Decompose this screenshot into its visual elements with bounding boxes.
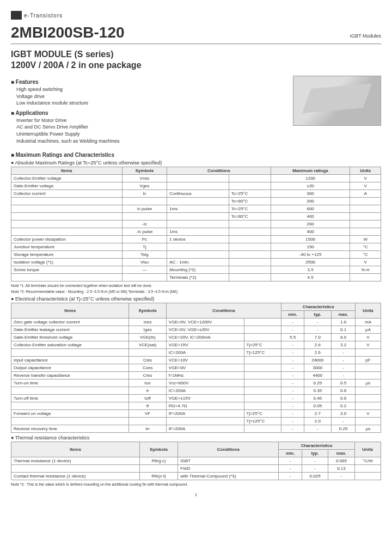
table-cell: Turn-on time — [11, 379, 129, 387]
table-row: Storage temperatureTstg-40 to +125°C — [11, 251, 381, 259]
table-cell: Screw torque — [11, 266, 122, 274]
table-cell: 600 — [271, 205, 350, 213]
table-row: Output capacitanceCoesVGE=0V-3000- — [11, 364, 381, 371]
note: Note *3 : This is the value which is def… — [11, 482, 381, 487]
table-cell: 2.6 — [304, 348, 331, 356]
table-cell: Vcc=600V — [166, 379, 244, 387]
table-cell: 300 — [271, 190, 350, 198]
application-item: Industrial machines, such as Welding mac… — [16, 138, 287, 145]
table-cell: 4.5 — [271, 274, 350, 281]
table-row: -Ic pulse1ms400 — [11, 228, 381, 236]
table-cell — [11, 228, 122, 236]
table-cell — [244, 318, 281, 326]
feature-item: Voltage drive — [16, 93, 287, 100]
th: max. — [332, 310, 356, 318]
part-number: 2MBI200SB-120 — [11, 24, 125, 41]
th: Symbols — [139, 442, 178, 457]
table-cell — [11, 402, 129, 409]
table-cell: °C — [350, 243, 381, 251]
table-cell: - — [332, 417, 356, 425]
table-cell — [354, 464, 381, 472]
table-row: Reverse recovery timetrrIF=200A--0.25μs — [11, 425, 381, 432]
table-cell: μA — [356, 326, 381, 333]
table-cell: 0.13 — [328, 464, 354, 472]
title-line-1: IGBT MODULE (S series) — [11, 50, 381, 59]
table-cell: 1ms — [167, 205, 229, 213]
table-cell: Collector-Emitter saturation voltage — [11, 341, 129, 348]
table-cell: - — [281, 371, 304, 379]
table-cell — [356, 387, 381, 394]
table-cell: VCE=0V, VGE=±20V — [166, 326, 244, 333]
table-cell: 0.085 — [328, 457, 354, 464]
table-cell — [167, 213, 229, 221]
table-cell: - — [332, 371, 356, 379]
table-cell: - — [281, 417, 304, 425]
table-cell — [129, 417, 166, 425]
table-cell — [167, 198, 229, 205]
table-row: Screw torque—Mounting (*2)3.5N·m — [11, 266, 381, 274]
table-cell: Gate-Emitter threshold voltage — [11, 333, 129, 341]
table-cell: Tc=25°C — [229, 190, 271, 198]
table-cell: 1500 — [271, 236, 350, 243]
brand-text: e-Transistors — [24, 13, 63, 19]
table-cell: 3.5 — [271, 266, 350, 274]
th: Units — [354, 442, 381, 457]
application-item: Uninterruptible Power Supply — [16, 131, 287, 138]
table-row: Collector power dissipationPc1 device150… — [11, 236, 381, 243]
application-item: Inverter for Motor Drive — [16, 117, 287, 124]
logo-icon — [11, 11, 22, 20]
table-cell: 200 — [271, 198, 350, 205]
table-cell: 1200 — [271, 175, 350, 182]
table-cell: - — [281, 387, 304, 394]
table-cell — [244, 333, 281, 341]
table-cell — [11, 205, 122, 213]
table-cell: 400 — [271, 213, 350, 221]
table-row: Thermal resistance (1 device)Rth(j-c)IGB… — [11, 457, 381, 464]
table-cell: VF — [129, 409, 166, 417]
table-row: Collector currentIcContinuousTc=25°C300A — [11, 190, 381, 198]
table-cell: - — [281, 364, 304, 371]
table-cell: Ices — [129, 318, 166, 326]
th: Conditions — [178, 442, 279, 457]
table-cell: -Ic pulse — [122, 228, 167, 236]
table-cell — [11, 274, 122, 281]
table-cell: -40 to +125 — [271, 251, 350, 259]
table-cell: 3000 — [304, 364, 331, 371]
table-cell — [139, 464, 178, 472]
table-cell — [167, 175, 229, 182]
table-row: Gate-Emitter threshold voltageVGE(th)VCE… — [11, 333, 381, 341]
table-row: -Ic200 — [11, 221, 381, 228]
table-cell: tf — [129, 402, 166, 409]
table-row: Turn-on timetonVcc=600V-0.250.5μs — [11, 379, 381, 387]
table-cell: Reverse transfer capacitance — [11, 371, 129, 379]
table-cell: 3.2 — [332, 341, 356, 348]
table-cell: V — [356, 341, 381, 348]
table-cell: - — [281, 402, 304, 409]
table-cell — [356, 402, 381, 409]
table-cell: Pc — [122, 236, 167, 243]
table-cell: Collector power dissipation — [11, 236, 122, 243]
table-cell: V — [356, 333, 381, 341]
table-cell: Tc=80°C — [229, 198, 271, 205]
table-cell: — — [122, 266, 167, 274]
table-cell: IC=200A — [166, 387, 244, 394]
table-cell: - — [281, 341, 304, 348]
table-cell — [122, 213, 167, 221]
table-cell — [356, 417, 381, 425]
table-cell — [122, 198, 167, 205]
table-cell: Gate-Emitter leakage current — [11, 326, 129, 333]
th: Conditions — [167, 167, 271, 175]
table-cell: - — [328, 472, 354, 480]
table-cell — [229, 182, 271, 190]
table-cell: ton — [129, 379, 166, 387]
features-applications-col: Features High speed switching Voltage dr… — [11, 76, 287, 144]
table-cell: V — [350, 259, 381, 266]
elec-char-table: Items Symbols Conditions Characteristics… — [11, 303, 381, 433]
table-cell: - — [281, 409, 304, 417]
th: Maximum ratings — [271, 167, 350, 175]
table-cell: - — [281, 425, 304, 432]
table-cell: °C/W — [354, 457, 381, 464]
table-cell: tr — [129, 387, 166, 394]
table-cell — [11, 348, 129, 356]
th: Symbols — [122, 167, 167, 175]
